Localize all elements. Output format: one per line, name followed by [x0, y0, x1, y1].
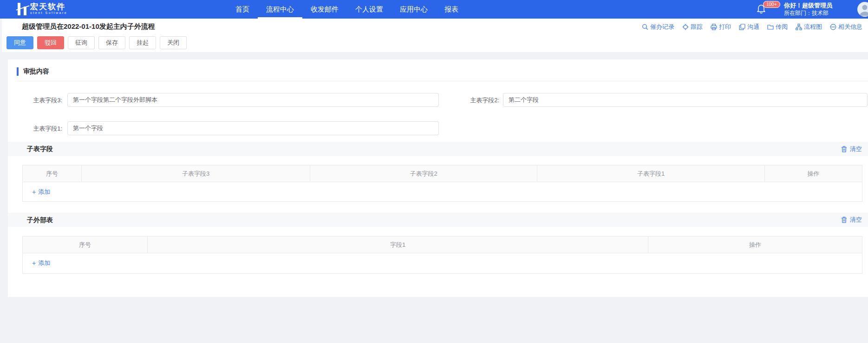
link-flow-diagram[interactable]: 流程图: [796, 23, 822, 31]
column-header: 子表字段3: [82, 165, 310, 182]
plus-icon: +: [32, 189, 36, 195]
logo-title: 宏天软件: [30, 3, 67, 11]
process-title: 超级管理员在2022-01-10发起主内子外流程: [22, 22, 155, 31]
column-header: 子表字段1: [537, 165, 765, 182]
avatar[interactable]: [857, 2, 868, 17]
logo-h-icon: [17, 3, 28, 15]
link-urge-records[interactable]: 催办记录: [642, 23, 674, 31]
department-text: 所在部门：技术部: [784, 9, 832, 17]
notification-count-badge[interactable]: 100+: [763, 1, 780, 8]
nav-item-personal-settings[interactable]: 个人设置: [347, 0, 392, 19]
search-icon: [642, 24, 648, 30]
main-field2-input[interactable]: [503, 93, 868, 107]
subtable-body: + 添加: [23, 182, 862, 201]
folder-icon: [767, 24, 774, 30]
consult-button[interactable]: 征询: [68, 36, 95, 49]
copy-icon: [739, 24, 745, 30]
flow-icon: [796, 24, 802, 30]
external-subtable: 序号 字段1 操作 + 添加: [22, 236, 862, 274]
subtable-header-row: 序号 子表字段3 子表字段2 子表字段1 操作: [23, 165, 862, 182]
user-greeting: 你好！超级管理员 所在部门：技术部: [784, 1, 832, 17]
external-subtable-header-row: 序号 字段1 操作: [23, 237, 862, 253]
greeting-text: 你好！超级管理员: [784, 1, 832, 9]
link-track[interactable]: 跟踪: [682, 23, 703, 31]
main-nav: 首页 流程中心 收发邮件 个人设置 应用中心 报表: [227, 0, 467, 19]
nav-item-home[interactable]: 首页: [227, 0, 258, 19]
external-subtable-body: + 添加: [23, 253, 862, 273]
trash-icon: [841, 146, 847, 152]
column-header: 子表字段2: [310, 165, 537, 182]
main-field3-label: 主表字段3:: [20, 96, 62, 105]
link-print[interactable]: 打印: [711, 23, 731, 31]
quick-links: 催办记录 跟踪 打印 沟通 传阅: [642, 23, 868, 31]
subtable-title: 子表字段: [27, 142, 53, 156]
section-divider: [17, 81, 868, 81]
section-accent-bar: [17, 67, 19, 76]
column-header: 序号: [23, 237, 148, 253]
subtable: 序号 子表字段3 子表字段2 子表字段1 操作 + 添加: [22, 165, 862, 202]
main-field2-label: 主表字段2:: [451, 96, 499, 105]
process-toolbar: 超级管理员在2022-01-10发起主内子外流程 催办记录 跟踪 打印 沟通: [2, 19, 868, 52]
reject-button[interactable]: 驳回: [37, 36, 64, 49]
column-header: 操作: [648, 237, 862, 253]
external-subtable-add-row-button[interactable]: + 添加: [32, 259, 50, 267]
external-subtable-title: 子外部表: [27, 213, 53, 227]
logo-subtitle: otent Software: [30, 11, 67, 14]
nav-item-mail[interactable]: 收发邮件: [302, 0, 347, 19]
main-field1-input[interactable]: [67, 121, 439, 135]
link-related-info[interactable]: 相关信息: [830, 23, 862, 31]
column-header: 字段1: [148, 237, 648, 253]
target-icon: [682, 24, 689, 30]
external-subtable-section-header: 子外部表 清空: [8, 213, 868, 227]
column-header: 序号: [23, 165, 82, 182]
subtable-section-header: 子表字段 清空: [8, 142, 868, 156]
main-field1-label: 主表字段1:: [20, 125, 62, 133]
main-field3-input[interactable]: [67, 93, 439, 107]
section-title: 审批内容: [23, 67, 49, 76]
external-subtable-clear-button[interactable]: 清空: [841, 213, 862, 227]
approval-content-card: 审批内容 主表字段3: 主表字段2: 主表字段1: 子表字段 清空 序号 子表字…: [8, 59, 868, 297]
link-circulate[interactable]: 传阅: [767, 23, 788, 31]
link-communicate[interactable]: 沟通: [739, 23, 759, 31]
plus-icon: +: [32, 260, 36, 266]
avatar-person-icon: [857, 2, 868, 17]
trash-icon: [841, 217, 847, 223]
comment-icon: [830, 24, 836, 30]
close-button[interactable]: 关闭: [160, 36, 187, 49]
save-button[interactable]: 保存: [98, 36, 125, 49]
nav-item-app-center[interactable]: 应用中心: [392, 0, 436, 19]
printer-icon: [711, 24, 717, 30]
nav-item-process-center[interactable]: 流程中心: [258, 0, 302, 19]
subtable-add-row-button[interactable]: + 添加: [32, 188, 50, 196]
top-navbar: 宏天软件 otent Software 首页 流程中心 收发邮件 个人设置 应用…: [0, 0, 868, 19]
nav-item-reports[interactable]: 报表: [436, 0, 467, 19]
agree-button[interactable]: 同意: [7, 36, 33, 49]
subtable-clear-button[interactable]: 清空: [841, 142, 862, 156]
action-buttons: 同意 驳回 征询 保存 挂起 关闭: [7, 36, 187, 49]
column-header: 操作: [765, 165, 862, 182]
suspend-button[interactable]: 挂起: [129, 36, 156, 49]
app-logo: 宏天软件 otent Software: [17, 3, 67, 15]
